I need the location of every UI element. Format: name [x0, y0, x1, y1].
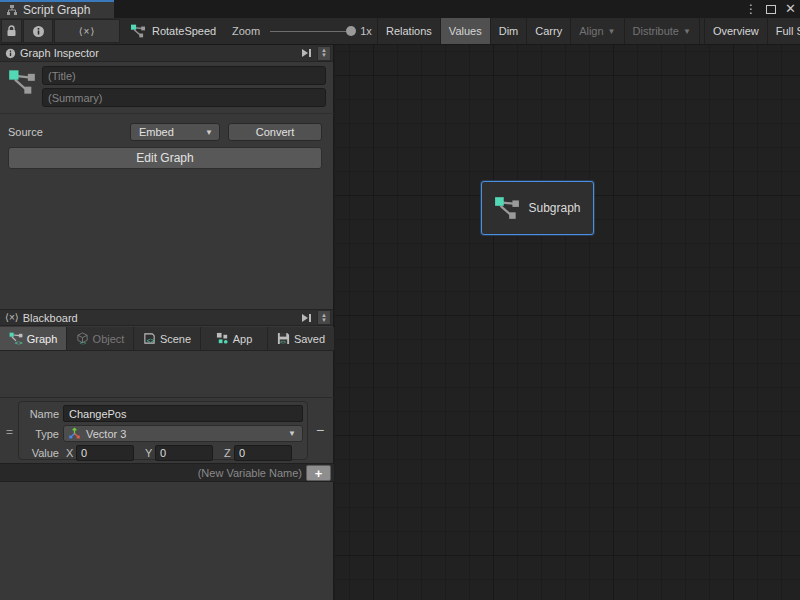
- tab-saved[interactable]: <> Saved: [268, 327, 334, 350]
- scene-icon: <>: [143, 332, 156, 345]
- z-value-input[interactable]: [234, 445, 292, 461]
- variables-icon: ⟨×⟩: [5, 312, 19, 323]
- graph-title-input[interactable]: [42, 66, 326, 85]
- new-variable-input[interactable]: [20, 465, 302, 481]
- dock-icon[interactable]: [298, 47, 314, 60]
- tab-title: Script Graph: [23, 3, 90, 17]
- zoom-slider[interactable]: [270, 31, 352, 32]
- blackboard-header[interactable]: ⟨×⟩ Blackboard ▲▼: [0, 309, 333, 326]
- variables-icon: ⟨×⟩: [79, 26, 96, 37]
- zoom-value: 1x: [360, 25, 372, 37]
- tab-script-graph[interactable]: Script Graph: [0, 0, 114, 18]
- info-icon: [32, 25, 45, 38]
- chevron-down-icon: ▼: [683, 27, 691, 36]
- scroll-arrows-icon[interactable]: ▲▼: [317, 310, 331, 325]
- name-label: Name: [19, 408, 59, 420]
- svg-text:<>: <>: [15, 339, 23, 345]
- distribute-button[interactable]: Distribute▼: [625, 18, 700, 44]
- panel-title: Graph Inspector: [20, 47, 99, 59]
- source-dropdown[interactable]: Embed ▼: [130, 123, 220, 141]
- toolbar-actions: Relations Values Dim Carry Align▼ Distri…: [377, 18, 800, 44]
- tab-strip: Script Graph ⋮ ✕: [0, 0, 800, 18]
- svg-text:<>: <>: [79, 340, 86, 345]
- add-variable-button[interactable]: +: [306, 465, 331, 481]
- script-graph-icon: [6, 4, 18, 16]
- remove-variable-button[interactable]: −: [312, 422, 328, 438]
- new-variable-row: +: [0, 463, 334, 482]
- tab-scene[interactable]: <> Scene: [134, 327, 201, 350]
- app-icon: [216, 332, 229, 345]
- variable-item: Name Type Vector 3 ▼ Value X: [18, 401, 308, 460]
- source-label: Source: [8, 126, 43, 138]
- value-label: Value: [19, 447, 59, 459]
- side-panel: Graph Inspector ▲▼ Source Em: [0, 45, 334, 600]
- window-controls: ⋮ ✕: [745, 1, 796, 17]
- variable-type-dropdown[interactable]: Vector 3 ▼: [63, 425, 303, 442]
- script-graph-window: Script Graph ⋮ ✕: [0, 0, 800, 600]
- full-screen-button[interactable]: Full Screen: [768, 18, 800, 44]
- node-label: Subgraph: [528, 201, 580, 215]
- subgraph-node[interactable]: Subgraph: [481, 181, 594, 235]
- chevron-down-icon: ▼: [205, 128, 213, 137]
- y-label: Y: [145, 447, 152, 459]
- graph-node-icon: [130, 24, 146, 38]
- lock-button[interactable]: [1, 19, 22, 43]
- tab-graph[interactable]: <> Graph: [0, 327, 67, 350]
- graph-node-icon: [8, 69, 36, 95]
- close-icon[interactable]: ✕: [785, 2, 796, 16]
- maximize-icon[interactable]: [766, 5, 776, 14]
- inspector-toggle-button[interactable]: [23, 19, 53, 43]
- chevron-down-icon: ▼: [608, 27, 616, 36]
- graph-canvas[interactable]: Subgraph: [335, 45, 800, 600]
- graph-node-icon: [494, 196, 520, 220]
- tab-app[interactable]: App: [201, 327, 268, 350]
- dock-icon[interactable]: [298, 311, 314, 324]
- drag-handle-icon[interactable]: =: [6, 425, 13, 439]
- breadcrumb-label: RotateSpeed: [152, 25, 216, 37]
- scroll-arrows-icon[interactable]: ▲▼: [317, 46, 331, 61]
- vector3-icon: [68, 427, 81, 440]
- convert-button[interactable]: Convert: [228, 123, 322, 141]
- x-value-input[interactable]: [76, 445, 134, 461]
- x-label: X: [66, 447, 73, 459]
- align-button[interactable]: Align▼: [571, 18, 624, 44]
- divider: [0, 113, 334, 114]
- y-value-input[interactable]: [155, 445, 213, 461]
- dim-button[interactable]: Dim: [491, 18, 528, 44]
- svg-text:<>: <>: [280, 340, 286, 345]
- graph-node-icon: <>: [9, 332, 23, 345]
- variable-name-input[interactable]: [63, 405, 303, 422]
- zoom-control: Zoom 1x: [232, 18, 372, 44]
- tab-object[interactable]: <> Object: [67, 327, 134, 350]
- type-label: Type: [19, 428, 59, 440]
- graph-summary-input[interactable]: [42, 88, 326, 107]
- edit-graph-button[interactable]: Edit Graph: [8, 147, 322, 169]
- menu-icon[interactable]: ⋮: [745, 2, 757, 16]
- lock-icon: [6, 25, 17, 37]
- svg-text:<>: <>: [147, 337, 155, 344]
- relations-button[interactable]: Relations: [378, 18, 441, 44]
- zoom-label: Zoom: [232, 25, 260, 37]
- z-label: Z: [224, 447, 231, 459]
- values-button[interactable]: Values: [441, 18, 491, 44]
- panel-title: Blackboard: [23, 312, 78, 324]
- blackboard-tabs: <> Graph <> Object <>: [0, 327, 334, 351]
- graph-inspector-header[interactable]: Graph Inspector ▲▼: [0, 45, 333, 62]
- info-icon: [5, 48, 16, 59]
- breadcrumb[interactable]: RotateSpeed: [130, 18, 216, 44]
- graph-variables-section: <> Graph Variables These variables are l…: [0, 352, 334, 398]
- carry-button[interactable]: Carry: [527, 18, 571, 44]
- graph-toolbar: ⟨×⟩ RotateSpeed Zoom 1x Relations Values: [0, 18, 800, 45]
- overview-button[interactable]: Overview: [704, 18, 768, 44]
- chevron-down-icon: ▼: [288, 429, 296, 438]
- cube-icon: <>: [76, 332, 89, 345]
- floppy-icon: <>: [277, 332, 290, 345]
- zoom-slider-handle[interactable]: [346, 26, 356, 36]
- blackboard-toggle-button[interactable]: ⟨×⟩: [54, 19, 120, 43]
